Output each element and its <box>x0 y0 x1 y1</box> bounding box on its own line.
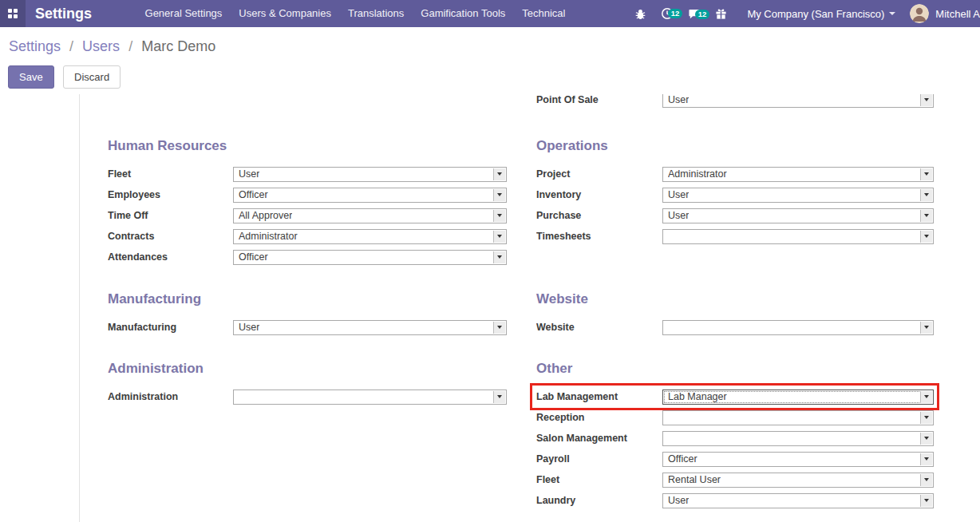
menu-gamification-tools[interactable]: Gamification Tools <box>413 0 514 27</box>
breadcrumb-separator: / <box>128 38 132 54</box>
field-row: Timesheets <box>536 226 934 247</box>
discard-button[interactable]: Discard <box>63 65 121 89</box>
label-salon-management: Salon Management <box>536 433 662 444</box>
select-employees[interactable]: Officer <box>233 188 507 203</box>
dropdown-arrow-icon <box>920 412 932 424</box>
select-administration[interactable] <box>233 390 507 405</box>
section-title-operations: Operations <box>536 139 934 153</box>
field-row: Manufacturing User <box>108 317 507 338</box>
action-button-bar: Save Discard <box>8 65 980 89</box>
app-title[interactable]: Settings <box>35 6 92 22</box>
select-manufacturing[interactable]: User <box>233 320 507 335</box>
field-row: Project Administrator <box>536 164 934 184</box>
menu-general-settings[interactable]: General Settings <box>136 0 231 27</box>
form-column-right: Point Of Sale User Operations Project Ad… <box>536 94 934 511</box>
select-time-off[interactable]: All Approver <box>233 208 507 223</box>
select-hr-fleet[interactable]: User <box>233 167 507 182</box>
select-purchase[interactable]: User <box>662 208 934 223</box>
field-row: Inventory User <box>536 184 934 205</box>
select-payroll[interactable]: Officer <box>662 452 934 467</box>
field-row: Contracts Administrator <box>108 226 507 247</box>
dropdown-arrow-icon <box>493 231 505 243</box>
dropdown-arrow-icon <box>920 231 932 243</box>
label-lab-management: Lab Management <box>536 391 662 402</box>
select-value: Officer <box>239 251 268 263</box>
bug-icon[interactable] <box>627 8 654 20</box>
label-other-fleet: Fleet <box>536 474 662 485</box>
field-row: Salon Management <box>536 428 934 449</box>
save-button[interactable]: Save <box>8 65 54 89</box>
activities-clock-icon[interactable]: 12 <box>654 7 681 20</box>
section-title-other: Other <box>536 362 934 376</box>
section-title-administration: Administration <box>108 362 507 376</box>
dropdown-arrow-icon <box>493 391 505 403</box>
dropdown-arrow-icon <box>920 94 932 106</box>
dropdown-arrow-icon <box>920 322 932 334</box>
breadcrumb-separator: / <box>69 38 73 54</box>
field-row: Fleet User <box>108 164 507 184</box>
select-value: Administrator <box>239 231 298 242</box>
user-menu[interactable]: Mitchell A <box>935 8 980 20</box>
label-manufacturing: Manufacturing <box>108 322 233 333</box>
select-contracts[interactable]: Administrator <box>233 229 507 244</box>
form-column-left: Human Resources Fleet User Employees Off… <box>108 94 507 407</box>
select-lab-management[interactable]: Lab Manager <box>662 390 934 405</box>
label-hr-fleet: Fleet <box>108 168 233 180</box>
select-timesheets[interactable] <box>662 229 934 244</box>
select-value: Lab Manager <box>668 391 727 402</box>
section-title-website: Website <box>536 292 934 306</box>
field-row: Laundry User <box>536 490 934 511</box>
label-project: Project <box>536 168 662 180</box>
select-value: Officer <box>668 453 697 465</box>
breadcrumb-settings[interactable]: Settings <box>9 38 61 54</box>
select-other-fleet[interactable]: Rental User <box>662 473 934 488</box>
select-salon-management[interactable] <box>662 431 934 446</box>
gift-icon[interactable] <box>708 8 734 20</box>
field-row: Website <box>536 317 934 338</box>
select-laundry[interactable]: User <box>662 493 934 508</box>
select-inventory[interactable]: User <box>662 188 934 203</box>
section-title-manufacturing: Manufacturing <box>108 292 507 306</box>
field-row: Fleet Rental User <box>536 469 934 490</box>
select-attendances[interactable]: Officer <box>233 250 507 265</box>
menu-users-companies[interactable]: Users & Companies <box>231 0 340 27</box>
label-timesheets: Timesheets <box>536 231 662 242</box>
field-row-lab-management: Lab Management Lab Manager <box>536 386 934 407</box>
dropdown-arrow-icon <box>493 210 505 222</box>
select-value: User <box>239 322 259 333</box>
caret-down-icon <box>889 12 895 15</box>
dropdown-arrow-icon <box>493 189 505 201</box>
select-website[interactable] <box>662 320 934 335</box>
select-value: Rental User <box>668 474 721 485</box>
label-administration: Administration <box>108 391 233 402</box>
label-time-off: Time Off <box>108 210 233 221</box>
select-project[interactable]: Administrator <box>662 167 934 182</box>
dropdown-arrow-icon <box>493 322 505 334</box>
top-navbar: Settings General Settings Users & Compan… <box>0 0 980 27</box>
select-point-of-sale[interactable]: User <box>662 94 934 108</box>
breadcrumb-users[interactable]: Users <box>82 38 120 54</box>
label-purchase: Purchase <box>536 210 662 221</box>
dropdown-arrow-icon <box>920 391 932 403</box>
form-sheet: Human Resources Fleet User Employees Off… <box>0 94 980 522</box>
messages-chat-icon[interactable]: 12 <box>681 8 708 20</box>
company-switcher[interactable]: My Company (San Francisco) <box>747 8 895 20</box>
field-row: Payroll Officer <box>536 449 934 469</box>
menu-translations[interactable]: Translations <box>339 0 412 27</box>
section-title-human-resources: Human Resources <box>108 139 507 153</box>
select-value: User <box>668 495 689 506</box>
label-reception: Reception <box>536 412 662 423</box>
field-row: Point Of Sale User <box>536 94 934 110</box>
select-value: Officer <box>239 189 268 200</box>
dropdown-arrow-icon <box>920 453 932 465</box>
dropdown-arrow-icon <box>493 251 505 263</box>
label-payroll: Payroll <box>536 453 662 465</box>
select-reception[interactable] <box>662 410 934 425</box>
select-value: User <box>239 168 259 180</box>
breadcrumb: Settings / Users / Marc Demo <box>9 38 980 55</box>
systray: 12 12 My Company (San Francisco) Mitchel… <box>627 4 980 23</box>
apps-menu-button[interactable] <box>0 0 26 27</box>
user-avatar[interactable] <box>910 4 929 23</box>
label-website: Website <box>536 322 662 333</box>
menu-technical[interactable]: Technical <box>514 0 574 27</box>
